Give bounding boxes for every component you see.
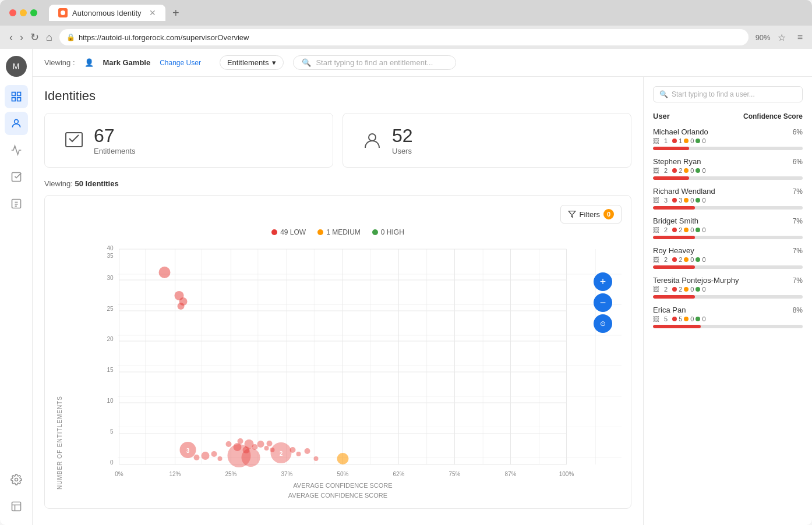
user-row[interactable]: Teresita Pontejos-Murphy 7% 🖼 2 2 0 0 — [653, 276, 803, 299]
confidence-fill — [653, 295, 695, 299]
sidebar-item-settings[interactable] — [5, 468, 28, 491]
confidence-bar — [653, 265, 803, 269]
data-point[interactable] — [194, 455, 200, 460]
data-point[interactable] — [178, 303, 185, 310]
home-button[interactable]: ⌂ — [46, 31, 52, 44]
green-count: 0 — [702, 137, 705, 144]
sidebar-item-bottom[interactable] — [5, 495, 28, 518]
sidebar-item-identities[interactable] — [5, 112, 28, 135]
sidebar-item-analytics[interactable] — [5, 139, 28, 162]
svg-text:87%: 87% — [504, 471, 516, 477]
data-point[interactable] — [238, 438, 243, 444]
browser-tab[interactable]: Autonomous Identity ✕ — [49, 5, 165, 21]
legend-dot-low — [271, 229, 277, 235]
scatter-svg: 0 5 10 15 20 25 30 35 40 — [63, 243, 622, 488]
svg-text:20: 20 — [107, 336, 114, 342]
panel-search-icon: 🔍 — [659, 90, 668, 98]
zoom-reset-button[interactable]: ⊙ — [594, 314, 612, 333]
sidebar-item-certifications[interactable] — [5, 165, 28, 189]
forward-button[interactable]: › — [20, 31, 23, 44]
entitlement-search[interactable]: 🔍 Start typing to find an entitlement... — [293, 55, 456, 70]
data-point[interactable] — [314, 456, 319, 461]
user-name: Bridget Smith — [653, 217, 698, 225]
svg-text:100%: 100% — [559, 471, 574, 477]
confidence-bar — [653, 325, 803, 328]
zoom-out-button[interactable]: − — [594, 293, 612, 312]
user-row[interactable]: Roy Heavey 7% 🖼 2 2 0 0 — [653, 246, 803, 269]
legend-high-label: 0 HIGH — [381, 228, 404, 236]
orange-count: 0 — [690, 197, 694, 204]
search-icon: 🔍 — [302, 58, 311, 67]
new-tab-button[interactable]: + — [172, 7, 179, 19]
orange-count: 0 — [690, 226, 694, 233]
close-button[interactable] — [9, 9, 16, 16]
svg-rect-2 — [17, 93, 20, 96]
chart-legend: 49 LOW 1 MEDIUM 0 HIGH — [54, 228, 622, 236]
data-point[interactable] — [305, 448, 310, 454]
menu-icon[interactable]: ≡ — [797, 32, 803, 42]
dot-group: 5 0 0 — [672, 315, 705, 322]
dot-group: 2 0 0 — [672, 167, 705, 174]
user-icon: 👤 — [84, 58, 94, 67]
entitlements-dropdown[interactable]: Entitlements ▾ — [220, 55, 284, 70]
dot-group: 3 0 0 — [672, 197, 705, 204]
filters-button[interactable]: Filters 0 — [560, 205, 622, 224]
panel-search[interactable]: 🔍 Start typing to find a user... — [653, 86, 803, 102]
bookmark-icon[interactable]: ☆ — [778, 32, 786, 43]
data-point[interactable] — [218, 456, 223, 461]
orange-count: 0 — [690, 256, 694, 263]
col-user-label: User — [653, 112, 670, 120]
dot-group: 2 0 0 — [672, 226, 705, 233]
orange-count: 0 — [690, 315, 694, 322]
maximize-button[interactable] — [30, 9, 37, 16]
data-point[interactable] — [211, 451, 217, 457]
data-point-medium[interactable] — [337, 453, 349, 464]
entitlements-card: 67 Entitlements — [44, 113, 333, 168]
reload-button[interactable]: ↻ — [30, 31, 39, 44]
risk-dot-green — [696, 317, 700, 321]
risk-dot-red — [672, 168, 677, 173]
risk-dot-orange — [684, 228, 689, 232]
page-title: Identities — [44, 88, 631, 104]
user-row[interactable]: Erica Pan 8% 🖼 5 5 0 0 — [653, 306, 803, 328]
user-row[interactable]: Richard Wendland 7% 🖼 3 3 0 0 — [653, 187, 803, 210]
svg-text:62%: 62% — [393, 471, 404, 477]
data-point[interactable] — [296, 452, 301, 456]
data-point[interactable] — [264, 446, 269, 450]
user-icon: 🖼 — [653, 226, 659, 233]
data-point[interactable] — [257, 441, 264, 448]
entitlements-label-card: Entitlements — [94, 147, 136, 155]
dot-group: 2 0 0 — [672, 256, 705, 263]
data-point[interactable] — [290, 447, 296, 453]
minimize-button[interactable] — [20, 9, 27, 16]
data-point[interactable] — [226, 441, 232, 447]
change-user-link[interactable]: Change User — [160, 59, 201, 67]
back-button[interactable]: ‹ — [9, 31, 13, 44]
data-point[interactable] — [202, 452, 210, 460]
green-count: 0 — [702, 197, 705, 204]
tab-close-icon[interactable]: ✕ — [149, 8, 156, 17]
legend-medium-label: 1 MEDIUM — [326, 228, 361, 236]
url-text: https://autoid-ui.forgerock.com/supervis… — [79, 33, 249, 42]
url-bar[interactable]: 🔒 https://autoid-ui.forgerock.com/superv… — [59, 29, 749, 45]
avatar[interactable]: M — [6, 56, 27, 77]
data-point[interactable] — [242, 448, 260, 467]
user-icon: 🖼 — [653, 137, 659, 144]
user-score: 6% — [793, 158, 803, 166]
zoom-in-button[interactable]: + — [594, 272, 612, 291]
users-icon — [362, 129, 383, 152]
svg-point-16 — [369, 134, 376, 141]
user-row[interactable]: Michael Orlando 6% 🖼 1 1 0 0 — [653, 127, 803, 150]
confidence-bar — [653, 236, 803, 239]
dropdown-chevron-icon: ▾ — [272, 58, 276, 67]
data-point[interactable] — [159, 267, 171, 278]
user-row[interactable]: Bridget Smith 7% 🖼 2 2 0 0 — [653, 217, 803, 239]
viewing-sub: Viewing: 50 Identities — [44, 179, 631, 188]
user-row[interactable]: Stephen Ryan 6% 🖼 2 2 0 0 — [653, 157, 803, 180]
sidebar-item-dashboard[interactable] — [5, 85, 28, 108]
svg-text:40: 40 — [107, 245, 114, 251]
risk-dot-orange — [684, 287, 689, 292]
data-point[interactable] — [267, 441, 273, 446]
sidebar-item-reports[interactable] — [5, 192, 28, 215]
dot-group: 2 0 0 — [672, 286, 705, 293]
